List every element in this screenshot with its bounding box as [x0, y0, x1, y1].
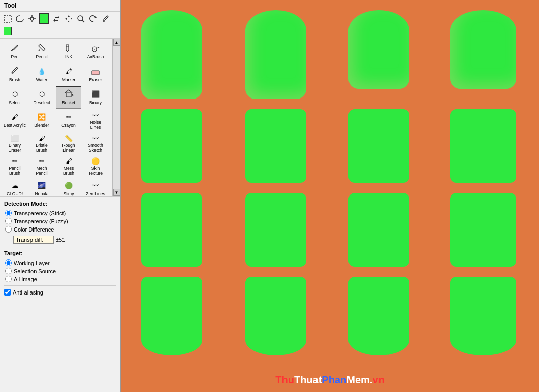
move-tool[interactable] — [63, 13, 74, 24]
skin-texture-icon: 🟡 — [89, 156, 102, 166]
cloud!-icon: ☁ — [9, 179, 21, 191]
skin-texture-label: Skin Texture — [84, 166, 107, 176]
tool-panel: Tool — [0, 0, 121, 392]
water-label: Water — [36, 78, 47, 82]
transparency-strict-label: Transparency (Strict) — [14, 210, 66, 216]
transp-diff-input[interactable] — [13, 236, 54, 244]
pen-label: Pen — [11, 55, 18, 59]
detection-transparency-strict[interactable]: Transparency (Strict) — [5, 210, 116, 216]
blender-label: Blender — [34, 123, 49, 128]
scroll-up-button[interactable]: ▲ — [113, 39, 120, 46]
tool-noise-lines[interactable]: 〰Noise Lines — [83, 109, 108, 132]
tool-bucket[interactable]: Bucket — [56, 86, 81, 109]
detection-mode-group: Transparency (Strict) Transparency (Fuzz… — [5, 210, 116, 233]
airbrush-label: AirBrush — [87, 55, 104, 59]
tool-brush[interactable]: Brush — [2, 63, 27, 86]
zoom-tool[interactable] — [75, 13, 86, 24]
tool-zen-lines[interactable]: 〰Zen Lines — [83, 178, 108, 196]
tool-panel-title: Tool — [0, 0, 120, 12]
canvas-area[interactable]: ThuThuatPhanMem.vn — [121, 0, 539, 392]
tool-water[interactable]: 💧Water — [29, 63, 54, 86]
tool-eraser[interactable]: Eraser — [83, 63, 108, 86]
green-shape-14 — [348, 277, 409, 355]
rough-linear-label: Rough Linear — [57, 143, 80, 153]
target-group: Working Layer Selection Source All Image — [5, 259, 116, 282]
selection-source-label: Selection Source — [14, 268, 56, 274]
tool-best-acrylic[interactable]: 🖌Best Acrylic — [2, 109, 27, 132]
tool-pen[interactable]: Pen — [2, 41, 27, 63]
detection-color-difference[interactable]: Color Difference — [5, 226, 116, 233]
tool-mech-pencil[interactable]: ✏Mech Pencil — [29, 155, 54, 177]
bristle-brush-label: Bristle Brush — [30, 143, 53, 153]
eyedropper-tool[interactable] — [100, 13, 111, 24]
tool-slimy[interactable]: 🟢Slimy — [56, 178, 81, 196]
eraser-label: Eraser — [89, 78, 102, 82]
tool-bristle-brush[interactable]: 🖌Bristle Brush — [29, 132, 54, 154]
divider-2 — [4, 285, 116, 286]
select-label: Select — [9, 101, 21, 105]
scroll-down-button[interactable]: ▼ — [113, 189, 120, 196]
pencil-brush-icon: ✏ — [9, 156, 21, 166]
anti-aliasing-item[interactable]: Anti-aliasing — [4, 289, 116, 296]
binary-label: Binary — [89, 101, 102, 105]
green-shape-7 — [450, 109, 516, 183]
target-label: Target: — [4, 250, 116, 256]
tool-scrollbar[interactable]: ▲ ▼ — [112, 39, 120, 196]
options-panel: Detection Mode: Transparency (Strict) Tr… — [0, 196, 120, 392]
working-layer-label: Working Layer — [14, 260, 50, 266]
tool-rough-linear[interactable]: 📏Rough Linear — [56, 132, 81, 154]
cloud!-label: CLOUD! — [7, 192, 23, 196]
green-shape-6 — [348, 109, 409, 183]
green-shape-1 — [245, 10, 306, 99]
best-acrylic-label: Best Acrylic — [4, 123, 26, 128]
detection-mode-label: Detection Mode: — [4, 201, 116, 207]
magic-wand-tool[interactable] — [26, 13, 38, 24]
tool-smooth-sketch[interactable]: 〰Smooth Sketch — [83, 132, 108, 154]
rotate-tool[interactable] — [87, 13, 99, 24]
green-shape-12 — [141, 277, 202, 355]
brush-icon — [9, 65, 21, 77]
tool-crayon[interactable]: ✏Crayon — [56, 109, 81, 132]
svg-point-6 — [78, 16, 83, 21]
tool-select[interactable]: ⬡Select — [2, 86, 27, 109]
tool-blender[interactable]: 🔀Blender — [29, 109, 54, 132]
color-swatch[interactable] — [39, 13, 50, 24]
tool-nebula[interactable]: 🌌Nebula — [29, 178, 54, 196]
blender-icon: 🔀 — [36, 111, 48, 123]
select-rect-tool[interactable] — [2, 13, 13, 24]
green-shape-11 — [450, 193, 516, 267]
tool-cloud![interactable]: ☁CLOUD! — [2, 178, 27, 196]
tool-airbrush[interactable]: AirBrush — [83, 41, 108, 63]
watermark-thu: Thu — [275, 374, 294, 385]
watermark-mem: Mem — [346, 374, 370, 385]
tool-binary-eraser[interactable]: ⬜Binary Eraser — [2, 132, 27, 154]
green-shape-10 — [348, 193, 409, 267]
tool-pencil-brush[interactable]: ✏Pencil Brush — [2, 155, 27, 177]
anti-aliasing-checkbox[interactable] — [4, 289, 11, 296]
target-selection-source[interactable]: Selection Source — [5, 268, 116, 274]
target-working-layer[interactable]: Working Layer — [5, 259, 116, 266]
zen-lines-icon: 〰 — [89, 179, 102, 191]
svg-point-14 — [12, 72, 14, 74]
pencil-label: Pencil — [36, 55, 47, 59]
swap-colors[interactable] — [51, 13, 62, 24]
svg-rect-15 — [92, 71, 99, 75]
tool-grid-scrollable: PenPencilINKAirBrushBrush💧Water🖍MarkerEr… — [0, 39, 120, 196]
tool-ink[interactable]: INK — [56, 41, 81, 63]
tool-marker[interactable]: 🖍Marker — [56, 63, 81, 86]
top-tools-row — [0, 12, 120, 39]
best-acrylic-icon: 🖌 — [9, 111, 21, 123]
tool-mess-brush[interactable]: 🖌Mess Brush — [56, 155, 81, 177]
green-shape-2 — [348, 10, 409, 89]
tool-pencil[interactable]: Pencil — [29, 41, 54, 63]
target-all-image[interactable]: All Image — [5, 276, 116, 282]
small-swatch[interactable] — [2, 25, 13, 37]
lasso-tool[interactable] — [14, 13, 25, 24]
tool-skin-texture[interactable]: 🟡Skin Texture — [83, 155, 108, 177]
noise-lines-icon: 〰 — [89, 111, 102, 120]
tool-binary[interactable]: ⬛Binary — [83, 86, 108, 109]
tool-deselect[interactable]: ⬡Deselect — [29, 86, 54, 109]
svg-rect-8 — [103, 20, 105, 22]
watermark: ThuThuatPhanMem.vn — [275, 374, 384, 386]
detection-transparency-fuzzy[interactable]: Transparency (Fuzzy) — [5, 218, 116, 224]
